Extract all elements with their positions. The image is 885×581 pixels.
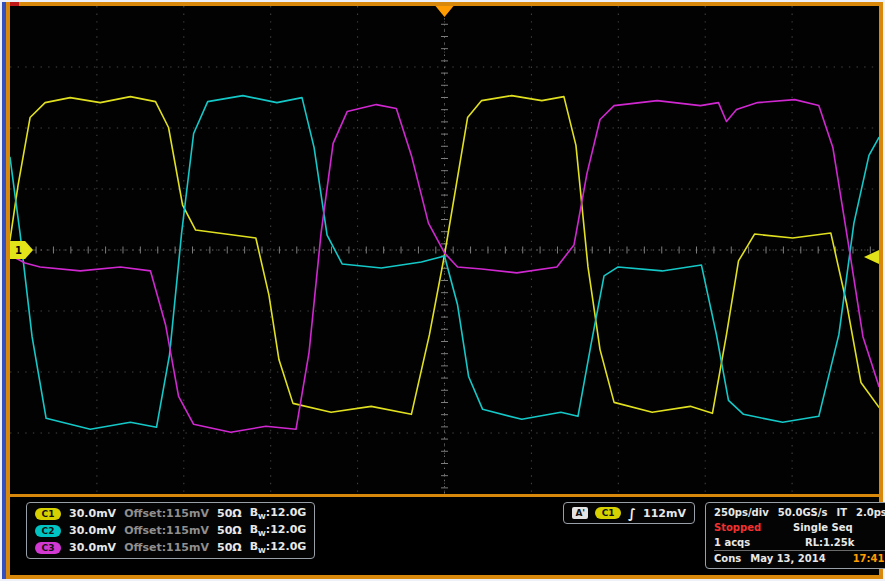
channel-1-bandwidth: BW:12.0G — [250, 506, 307, 521]
time-text: 17:41:05 — [853, 553, 885, 564]
interp-mode: IT — [836, 507, 847, 518]
trigger-position-marker[interactable] — [435, 6, 453, 17]
status-bar: C1 30.0mV Offset:115mV 50Ω BW:12.0G C2 3… — [10, 497, 879, 575]
waveform-c3 — [10, 100, 879, 433]
channel-1-scale: 30.0mV — [69, 507, 116, 520]
record-length: RL:1.25k — [805, 537, 854, 548]
oscilloscope-screen: 1 C1 30.0mV Offset:115mV 50Ω BW:12.0G C2… — [0, 0, 885, 581]
trigger-level-arrow[interactable] — [864, 250, 879, 264]
channel-3-bandwidth: BW:12.0G — [250, 540, 307, 555]
channel-3-scale: 30.0mV — [69, 541, 116, 554]
channel-2-scale: 30.0mV — [69, 524, 116, 537]
channel-2-bandwidth: BW:12.0G — [250, 523, 307, 538]
horizontal-acquisition-box[interactable]: 250ps/div 50.0GS/s IT 2.0ps/pt Stopped S… — [705, 502, 885, 569]
channel-1-termination: 50Ω — [217, 507, 242, 520]
trigger-a-badge: A' — [572, 507, 588, 519]
date-text: May 13, 2014 — [750, 553, 825, 564]
rising-edge-icon: ∫ — [628, 506, 636, 521]
channel-1-badge[interactable]: C1 — [35, 508, 61, 520]
resolution: 2.0ps/pt — [856, 507, 885, 518]
trigger-source-badge[interactable]: C1 — [595, 507, 621, 519]
acquisition-state-row: Stopped Single Seq — [714, 520, 885, 535]
channel-3-offset: Offset:115mV — [124, 541, 209, 554]
channel-1-marker[interactable]: 1 — [10, 241, 33, 259]
acquisition-count-row: 1 acqs RL:1.25k — [714, 535, 885, 550]
horizontal-readout: 250ps/div 50.0GS/s IT 2.0ps/pt — [714, 505, 885, 520]
channel-1-readout[interactable]: C1 30.0mV Offset:115mV 50Ω BW:12.0G — [35, 505, 306, 522]
channel-3-readout[interactable]: C3 30.0mV Offset:115mV 50Ω BW:12.0G — [35, 539, 306, 556]
sample-rate: 50.0GS/s — [778, 507, 828, 518]
channel-3-termination: 50Ω — [217, 541, 242, 554]
acq-count: 1 acqs — [714, 537, 770, 548]
trigger-readout-box[interactable]: A' C1 ∫ 112mV — [563, 502, 695, 524]
display-frame: 1 C1 30.0mV Offset:115mV 50Ω BW:12.0G C2… — [2, 2, 883, 579]
acq-sequence-mode: Single Seq — [793, 522, 853, 533]
channel-2-offset: Offset:115mV — [124, 524, 209, 537]
channel-1-offset: Offset:115mV — [124, 507, 209, 520]
graticule-grid — [10, 6, 879, 494]
cons-label: Cons — [714, 553, 741, 564]
channel-3-badge[interactable]: C3 — [35, 542, 61, 554]
graticule-svg: 1 — [10, 6, 879, 494]
channel-readout-box[interactable]: C1 30.0mV Offset:115mV 50Ω BW:12.0G C2 3… — [26, 502, 315, 559]
graticule-area[interactable]: 1 — [10, 6, 879, 494]
trigger-level: 112mV — [643, 507, 686, 520]
channel-2-badge[interactable]: C2 — [35, 525, 61, 537]
channel-2-termination: 50Ω — [217, 524, 242, 537]
datetime-row: Cons May 13, 2014 17:41:05 — [714, 550, 885, 566]
channel-2-readout[interactable]: C2 30.0mV Offset:115mV 50Ω BW:12.0G — [35, 522, 306, 539]
acq-state: Stopped — [714, 522, 770, 533]
timebase: 250ps/div — [714, 507, 769, 518]
channel-1-marker-label: 1 — [15, 245, 22, 256]
